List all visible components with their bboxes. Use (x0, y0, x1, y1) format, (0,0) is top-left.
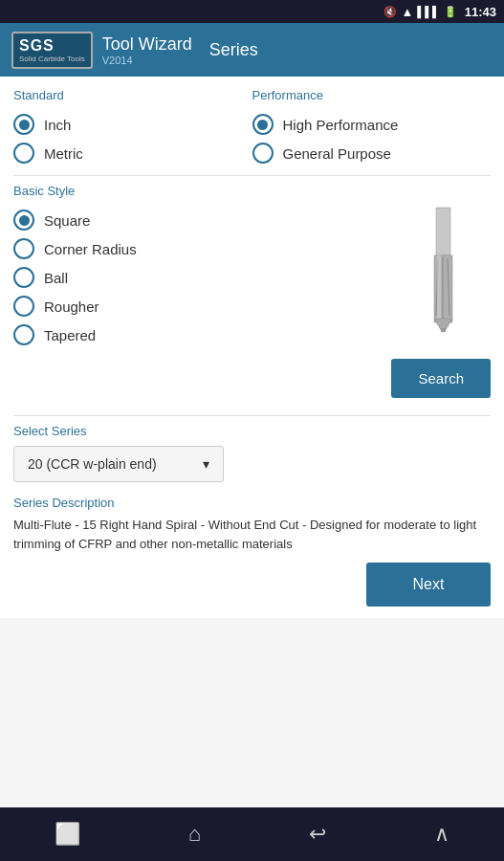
radio-inch-circle[interactable] (13, 114, 34, 135)
search-row: Search (13, 349, 491, 408)
radio-gen-purpose-label: General Purpose (283, 145, 391, 162)
series-description-text: Multi-Flute - 15 Right Hand Spiral - Wit… (13, 516, 491, 553)
radio-rougher-label: Rougher (44, 298, 99, 315)
radio-corner-radius[interactable]: Corner Radius (13, 234, 395, 263)
radio-metric-circle[interactable] (13, 143, 34, 164)
app-header: SGS Solid Carbide Tools Tool Wizard V201… (0, 23, 504, 77)
radio-rougher-circle[interactable] (13, 296, 34, 317)
performance-label: Performance (252, 88, 492, 102)
radio-general-purpose[interactable]: General Purpose (252, 139, 492, 167)
search-button[interactable]: Search (391, 359, 491, 398)
app-version: V2014 (102, 55, 192, 66)
radio-ball[interactable]: Ball (13, 263, 395, 292)
radio-high-performance[interactable]: High Performance (252, 110, 492, 139)
battery-icon: 🔋 (444, 6, 457, 18)
status-bar: 🔇 ▲ ▌▌▌ 🔋 11:43 (0, 0, 504, 23)
chevron-down-icon: ▾ (203, 456, 209, 472)
radio-square-circle[interactable] (13, 210, 34, 231)
select-series-label: Select Series (13, 424, 491, 438)
series-dropdown[interactable]: 20 (CCR w-plain end) ▾ (13, 446, 224, 482)
standard-label: Standard (13, 88, 252, 102)
signal-icon: ▌▌▌ (417, 6, 439, 17)
status-icons: 🔇 ▲ ▌▌▌ 🔋 11:43 (383, 5, 496, 19)
radio-inch-label: Inch (44, 117, 71, 133)
radio-high-perf-label: High Performance (283, 117, 399, 133)
basic-style-options: Square Corner Radius Ball Rougher Tapere… (13, 206, 395, 349)
bottom-nav: ⬜ ⌂ ↩ ∧ (0, 807, 504, 861)
radio-ball-circle[interactable] (13, 267, 34, 288)
series-dropdown-value: 20 (CCR w-plain end) (28, 456, 157, 472)
radio-metric-label: Metric (44, 145, 83, 162)
next-button[interactable]: Next (366, 563, 491, 607)
section-title: Series (209, 40, 258, 60)
mute-icon: 🔇 (383, 6, 397, 18)
basic-style-section: Square Corner Radius Ball Rougher Tapere… (13, 206, 491, 349)
radio-tapered[interactable]: Tapered (13, 320, 395, 349)
clock: 11:43 (465, 5, 496, 19)
standard-section: Standard Inch Metric (13, 88, 252, 167)
divider-2 (13, 415, 491, 416)
radio-high-perf-circle[interactable] (252, 114, 274, 135)
svg-rect-0 (436, 208, 450, 255)
divider-1 (13, 175, 491, 176)
wifi-icon: ▲ (401, 5, 413, 19)
basic-style-label: Basic Style (13, 184, 491, 198)
radio-square[interactable]: Square (13, 206, 395, 234)
header-title-group: Tool Wizard V2014 (102, 34, 192, 66)
back-icon[interactable]: ↩ (309, 822, 326, 847)
standard-performance-row: Standard Inch Metric Performance High Pe… (13, 88, 491, 167)
recents-icon[interactable]: ⬜ (55, 822, 80, 847)
radio-tapered-label: Tapered (44, 327, 96, 343)
home-icon[interactable]: ⌂ (188, 822, 201, 847)
performance-section: Performance High Performance General Pur… (252, 88, 492, 167)
svg-rect-5 (437, 255, 441, 322)
next-row: Next (13, 553, 491, 607)
tool-image (417, 206, 470, 349)
radio-square-label: Square (44, 212, 90, 229)
radio-metric[interactable]: Metric (13, 139, 252, 167)
up-icon[interactable]: ∧ (434, 822, 449, 847)
main-content: Standard Inch Metric Performance High Pe… (0, 77, 504, 618)
radio-corner-radius-label: Corner Radius (44, 241, 137, 257)
svg-rect-7 (441, 328, 446, 332)
series-description-label: Series Description (13, 496, 491, 510)
radio-corner-radius-circle[interactable] (13, 238, 34, 259)
logo-text: SGS (19, 37, 55, 54)
radio-inch[interactable]: Inch (13, 110, 252, 139)
radio-gen-purpose-circle[interactable] (252, 143, 274, 164)
radio-rougher[interactable]: Rougher (13, 292, 395, 320)
logo-sub: Solid Carbide Tools (19, 55, 85, 63)
logo-box: SGS Solid Carbide Tools (11, 32, 93, 69)
tool-image-container (395, 206, 491, 349)
radio-ball-label: Ball (44, 270, 68, 286)
radio-tapered-circle[interactable] (13, 324, 34, 345)
app-name: Tool Wizard (102, 34, 192, 54)
